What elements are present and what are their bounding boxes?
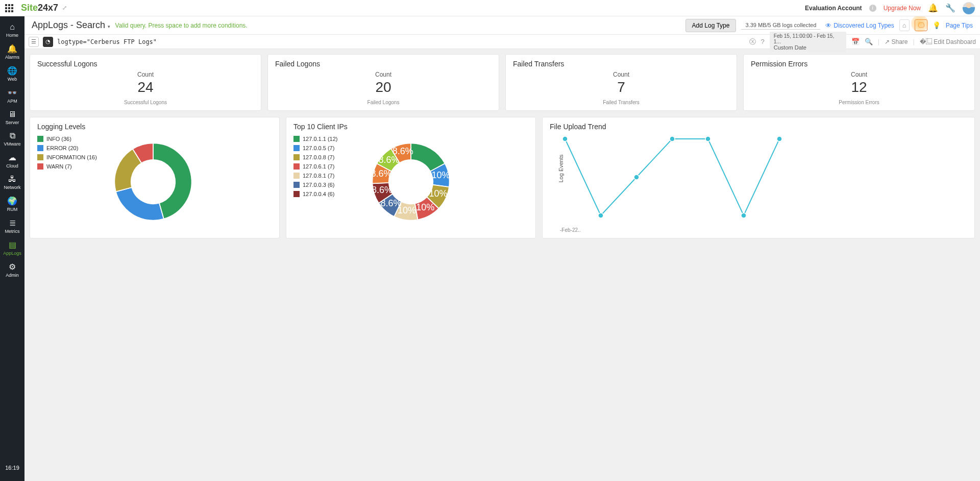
cloud-icon: ☁	[8, 153, 16, 162]
legend-item[interactable]: INFO (36)	[37, 136, 97, 142]
top-bar: Site24x7 ⤢ Evaluation Account i Upgrade …	[0, 0, 793, 16]
legend-swatch	[37, 163, 43, 170]
query-bar: ☰ ◔ logtype="Cerberus FTP Logs" ⓧ ? Feb …	[24, 35, 793, 49]
chart-title: File Upload Trend	[550, 123, 793, 131]
count-sub: Permission Errors	[751, 100, 793, 105]
legend-swatch	[293, 145, 300, 151]
legend-swatch	[293, 182, 300, 188]
count-sub: Successful Logons	[37, 100, 254, 105]
sidebar-item-server[interactable]: 🖥Server	[0, 107, 24, 128]
count-value: 7	[513, 79, 729, 95]
page-title[interactable]: AppLogs - Search ▾	[32, 20, 110, 31]
legend-item[interactable]: 127.0.0.8 (7)	[293, 154, 355, 160]
sidebar: ⌂Home🔔Alarms🌐Web👓APM🖥Server⧉VMware☁Cloud…	[0, 16, 24, 393]
client-ips-card: Top 10 Client IPs 127.0.1.1 (12)127.0.0.…	[286, 117, 536, 238]
dashboard-content: Successful LogonsCount24Successful Logon…	[24, 49, 793, 393]
chevron-down-icon[interactable]: ▾	[106, 24, 110, 29]
stat-title: Failed Transfers	[513, 60, 729, 68]
stat-card[interactable]: Permission ErrorsCount12Permission Error…	[743, 54, 793, 111]
clear-icon[interactable]: ⓧ	[749, 37, 756, 46]
svg-text:1: 1	[559, 212, 562, 218]
pie-view-icon[interactable]: ◔	[43, 37, 53, 47]
sidebar-item-apm[interactable]: 👓APM	[0, 85, 24, 107]
count-label: Count	[751, 71, 793, 78]
legend-swatch	[37, 136, 43, 142]
help-icon[interactable]: ?	[761, 38, 765, 45]
alarms-icon: 🔔	[7, 44, 17, 54]
sidebar-item-home[interactable]: ⌂Home	[0, 19, 24, 41]
svg-text:10%: 10%	[429, 188, 448, 199]
sidebar-item-network[interactable]: 🖧Network	[0, 172, 24, 193]
legend-item[interactable]: 127.0.0.3 (6)	[293, 182, 355, 188]
legend-item[interactable]: 127.0.0.5 (7)	[293, 145, 355, 151]
legend-item[interactable]: ERROR (20)	[37, 145, 97, 151]
sidebar-item-cloud[interactable]: ☁Cloud	[0, 150, 24, 172]
stat-card[interactable]: Failed LogonsCount20Failed Logons	[267, 54, 499, 111]
logging-levels-legend: INFO (36)ERROR (20)INFORMATION (16)WARN …	[37, 136, 97, 228]
legend-item[interactable]: 127.0.0.4 (6)	[293, 191, 355, 197]
stat-card[interactable]: Failed TransfersCount7Failed Transfers	[505, 54, 737, 111]
count-sub: Failed Logons	[275, 100, 492, 105]
svg-text:10%: 10%	[431, 170, 450, 180]
stat-title: Successful Logons	[37, 60, 254, 68]
chart-title: Top 10 Client IPs	[293, 123, 528, 131]
legend-swatch	[37, 145, 43, 151]
query-input[interactable]: logtype="Cerberus FTP Logs"	[57, 38, 745, 45]
legend-swatch	[293, 136, 300, 142]
upload-trend-line[interactable]: 11.522.53	[550, 134, 785, 226]
sidebar-item-web[interactable]: 🌐Web	[0, 63, 24, 85]
count-label: Count	[513, 71, 729, 78]
logging-levels-card: Logging Levels INFO (36)ERROR (20)INFORM…	[30, 117, 280, 238]
legend-item[interactable]: WARN (7)	[37, 163, 97, 170]
rum-icon: 🌍	[7, 196, 17, 206]
add-log-type-button[interactable]: Add Log Type	[685, 19, 737, 32]
svg-point-16	[634, 175, 639, 180]
count-label: Count	[275, 71, 492, 78]
sidebar-item-rum[interactable]: 🌍RUM	[0, 193, 24, 215]
svg-point-18	[705, 136, 710, 141]
svg-point-19	[741, 213, 746, 218]
apps-grid-icon[interactable]	[5, 4, 13, 12]
query-status: Valid query. Press space to add more con…	[115, 22, 248, 29]
legend-item[interactable]: INFORMATION (16)	[37, 154, 97, 160]
chart-title: Logging Levels	[37, 123, 272, 131]
home-icon: ⌂	[10, 22, 15, 32]
svg-point-15	[598, 213, 603, 218]
sidebar-item-applogs[interactable]: ▤AppLogs	[0, 237, 24, 259]
sidebar-item-vmware[interactable]: ⧉VMware	[0, 128, 24, 150]
svg-point-20	[777, 136, 782, 141]
expand-icon[interactable]: ⤢	[62, 5, 67, 11]
vmware-icon: ⧉	[10, 131, 15, 140]
svg-text:1.5: 1.5	[555, 194, 562, 199]
svg-point-14	[562, 136, 568, 141]
legend-swatch	[293, 154, 300, 160]
logging-levels-donut[interactable]	[107, 136, 199, 228]
stat-title: Permission Errors	[751, 60, 793, 68]
svg-text:3: 3	[559, 136, 562, 141]
x-axis-label: -Feb-22..	[560, 227, 793, 233]
logo[interactable]: Site24x7	[21, 3, 58, 13]
web-icon: 🌐	[7, 66, 17, 76]
page-header: AppLogs - Search ▾ Valid query. Press sp…	[24, 16, 793, 35]
server-icon: 🖥	[8, 110, 16, 119]
y-axis-label: Log Events	[558, 154, 564, 182]
legend-swatch	[37, 154, 43, 160]
client-ips-legend[interactable]: 127.0.1.1 (12)127.0.0.5 (7)127.0.0.8 (7)…	[293, 136, 355, 212]
applogs-icon: ▤	[9, 240, 16, 250]
apm-icon: 👓	[7, 88, 17, 98]
client-ips-donut[interactable]: 10%10%10%10%8.6%8.6%8.6%8.6%8.6%	[365, 136, 457, 228]
sidebar-item-metrics[interactable]: ≣Metrics	[0, 215, 24, 237]
svg-point-17	[670, 136, 675, 141]
network-icon: 🖧	[8, 175, 16, 184]
sidebar-item-alarms[interactable]: 🔔Alarms	[0, 41, 24, 63]
logs-collected: 3.39 MB/5 GB logs collected	[741, 21, 793, 30]
list-view-icon[interactable]: ☰	[29, 37, 39, 47]
stat-card[interactable]: Successful LogonsCount24Successful Logon…	[30, 54, 261, 111]
upload-trend-card: File Upload Trend Log Events 11.522.53 -…	[542, 117, 793, 238]
sidebar-item-admin[interactable]: ⚙Admin	[0, 259, 24, 281]
stat-title: Failed Logons	[275, 60, 492, 68]
legend-item[interactable]: 127.0.8.1 (7)	[293, 173, 355, 179]
count-value: 12	[751, 79, 793, 95]
legend-item[interactable]: 127.0.6.1 (7)	[293, 163, 355, 170]
legend-item[interactable]: 127.0.1.1 (12)	[293, 136, 355, 142]
